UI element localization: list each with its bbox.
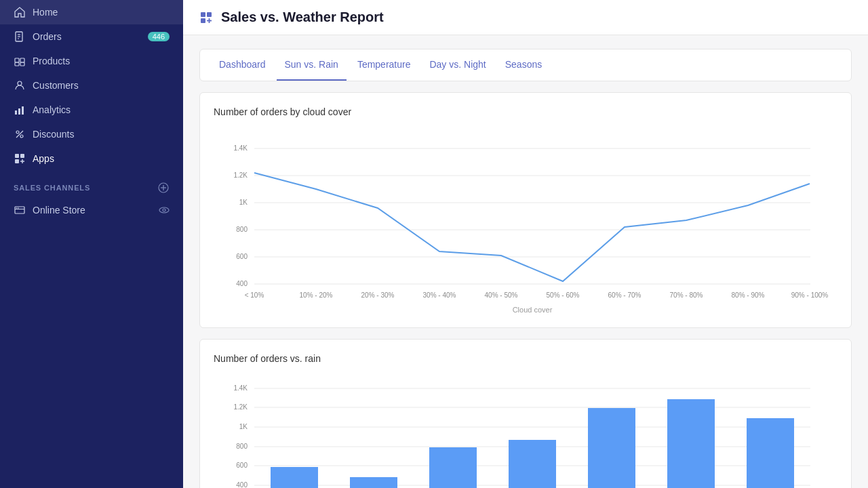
svg-point-8: [18, 81, 22, 85]
add-sales-channel-icon[interactable]: [157, 182, 170, 194]
home-icon: [14, 6, 26, 18]
svg-text:30% - 40%: 30% - 40%: [423, 291, 456, 299]
eye-icon[interactable]: [159, 205, 170, 216]
svg-rect-10: [18, 108, 20, 115]
main-content: Sales vs. Weather Report Dashboard Sun v…: [183, 0, 868, 488]
svg-text:Cloud cover: Cloud cover: [513, 306, 553, 314]
svg-text:50% - 60%: 50% - 60%: [547, 291, 580, 299]
bar-moderate-rain: [509, 440, 556, 488]
orders-icon: [14, 30, 26, 43]
svg-text:80% - 90%: 80% - 90%: [732, 291, 765, 299]
svg-point-28: [163, 209, 165, 211]
sidebar-item-online-store[interactable]: Online Store: [0, 198, 183, 222]
sales-channels-section: SALES CHANNELS: [0, 171, 183, 198]
svg-text:< 10%: < 10%: [245, 291, 264, 299]
svg-text:1.4K: 1.4K: [233, 384, 248, 392]
sidebar-item-products-label: Products: [33, 56, 70, 66]
bar-no-rain: [271, 467, 318, 488]
online-store-icon: [14, 204, 26, 216]
cloud-line: [254, 173, 810, 281]
svg-text:600: 600: [236, 462, 248, 469]
rain-chart: 0 200 400 600 800 1K 1.2K 1.4K: [214, 375, 837, 488]
svg-rect-30: [207, 12, 212, 17]
topbar: Sales vs. Weather Report: [183, 0, 868, 35]
sidebar-item-discounts[interactable]: Discounts: [0, 122, 183, 146]
sidebar-item-home[interactable]: Home: [0, 0, 183, 24]
svg-text:600: 600: [236, 253, 248, 260]
bar-light-rain: [429, 447, 477, 488]
svg-point-27: [159, 207, 169, 213]
svg-text:1.2K: 1.2K: [233, 171, 248, 179]
sidebar-item-customers[interactable]: Customers: [0, 73, 183, 98]
content-area: Dashboard Sun vs. Rain Temperature Day v…: [183, 35, 868, 488]
page-title: Sales vs. Weather Report: [221, 9, 384, 25]
online-store-label: Online Store: [33, 205, 85, 216]
sidebar-item-home-label: Home: [33, 7, 58, 18]
rain-chart-title: Number of orders vs. rain: [214, 353, 837, 364]
svg-point-26: [18, 207, 19, 209]
bar-heavy-rain: [588, 408, 635, 488]
cloud-cover-chart-card: Number of orders by cloud cover 400 600 …: [199, 92, 852, 328]
svg-rect-6: [15, 62, 19, 66]
svg-text:800: 800: [236, 226, 248, 233]
svg-text:70% - 80%: 70% - 80%: [670, 291, 703, 299]
report-icon: [199, 11, 213, 24]
sidebar-item-analytics[interactable]: Analytics: [0, 98, 183, 122]
apps-icon: [14, 152, 26, 165]
svg-text:400: 400: [236, 280, 248, 287]
svg-rect-11: [22, 106, 24, 115]
cloud-cover-chart-title: Number of orders by cloud cover: [214, 106, 837, 117]
svg-rect-31: [201, 18, 205, 23]
svg-text:1K: 1K: [239, 423, 248, 430]
sidebar-item-products[interactable]: Products: [0, 49, 183, 73]
svg-text:800: 800: [236, 443, 248, 450]
sidebar-item-customers-label: Customers: [33, 80, 79, 91]
sidebar: Home Orders 446 Products: [0, 0, 183, 488]
tab-temperature[interactable]: Temperature: [349, 49, 419, 81]
bar-extreme-rain: [747, 418, 794, 488]
cloud-cover-chart: 400 600 800 1K 1.2K 1.4K < 10% 10% - 20%…: [214, 128, 837, 318]
sidebar-item-orders[interactable]: Orders 446: [0, 24, 183, 49]
svg-text:20% - 30%: 20% - 30%: [361, 291, 395, 299]
svg-point-25: [16, 207, 18, 209]
svg-point-13: [20, 135, 23, 138]
sidebar-item-orders-label: Orders: [33, 31, 62, 42]
svg-text:1.2K: 1.2K: [233, 403, 248, 411]
svg-rect-16: [20, 154, 24, 158]
svg-rect-15: [15, 154, 19, 158]
customers-icon: [14, 79, 26, 92]
svg-text:400: 400: [236, 481, 248, 488]
svg-rect-9: [15, 110, 17, 115]
svg-text:10% - 20%: 10% - 20%: [300, 291, 333, 299]
sidebar-item-apps-label: Apps: [33, 153, 54, 164]
sidebar-item-discounts-label: Discounts: [33, 129, 74, 140]
svg-rect-29: [201, 12, 205, 17]
bar-very-light-rain: [350, 477, 397, 488]
svg-rect-17: [15, 159, 19, 163]
svg-text:40% - 50%: 40% - 50%: [485, 291, 518, 299]
svg-rect-5: [20, 58, 24, 62]
svg-text:90% - 100%: 90% - 100%: [791, 291, 829, 299]
tab-dashboard[interactable]: Dashboard: [211, 49, 274, 81]
bar-very-heavy-rain: [667, 399, 715, 488]
svg-rect-4: [15, 58, 19, 62]
svg-text:60% - 70%: 60% - 70%: [608, 291, 642, 299]
svg-text:1.4K: 1.4K: [233, 144, 248, 152]
tab-sun-vs-rain[interactable]: Sun vs. Rain: [277, 49, 347, 81]
orders-badge: 446: [148, 32, 170, 41]
svg-text:1K: 1K: [239, 199, 248, 206]
discounts-icon: [14, 128, 26, 140]
svg-line-14: [16, 131, 23, 138]
svg-rect-7: [20, 62, 24, 66]
sidebar-item-analytics-label: Analytics: [33, 104, 71, 115]
products-icon: [14, 55, 26, 67]
tabs-bar: Dashboard Sun vs. Rain Temperature Day v…: [199, 49, 852, 81]
sales-channels-label: SALES CHANNELS: [14, 184, 90, 192]
sidebar-item-apps[interactable]: Apps: [0, 146, 183, 171]
analytics-icon: [14, 104, 26, 116]
svg-point-12: [16, 131, 19, 134]
tab-day-vs-night[interactable]: Day vs. Night: [421, 49, 494, 81]
rain-chart-card: Number of orders vs. rain 0 200 400 600 …: [199, 339, 852, 488]
tab-seasons[interactable]: Seasons: [497, 49, 550, 81]
